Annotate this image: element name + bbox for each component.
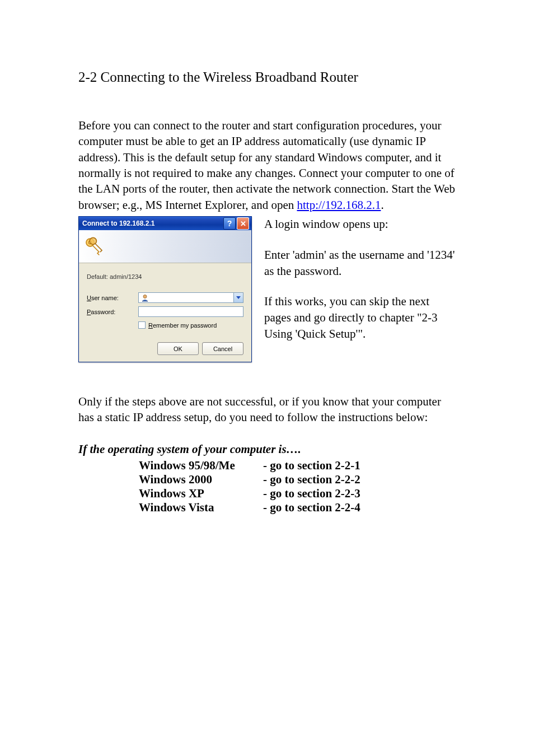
keys-icon [82, 235, 106, 258]
intro-period: . [381, 198, 383, 212]
os-label: Windows Vista [139, 501, 263, 515]
intro-text: Before you can connect to the router and… [78, 119, 455, 212]
chevron-down-icon[interactable] [233, 293, 243, 302]
os-ref: - go to section 2-2-1 [263, 459, 360, 473]
password-input[interactable] [138, 306, 243, 317]
router-url-link[interactable]: http://192.168.2.1 [297, 198, 381, 212]
ok-button[interactable]: OK [157, 342, 199, 355]
os-label: Windows 2000 [139, 473, 263, 487]
os-row: Windows XP - go to section 2-2-3 [139, 487, 456, 501]
side-p2: Enter 'admin' as the username and '1234'… [264, 247, 456, 279]
os-row: Windows 95/98/Me - go to section 2-2-1 [139, 459, 456, 473]
dialog-title: Connect to 192.168.2.1 [82, 220, 223, 227]
remember-checkbox[interactable] [138, 321, 146, 329]
side-p1: A login window opens up: [264, 216, 456, 232]
section-heading: 2-2 Connecting to the Wireless Broadband… [78, 69, 456, 85]
cancel-button[interactable]: Cancel [202, 342, 243, 355]
os-row: Windows Vista - go to section 2-2-4 [139, 501, 456, 515]
dialog-banner [79, 230, 251, 263]
os-ref: - go to section 2-2-2 [263, 473, 360, 487]
os-label: Windows 95/98/Me [139, 459, 263, 473]
side-instructions: A login window opens up: Enter 'admin' a… [252, 216, 456, 357]
remember-label: Remember my password [148, 322, 217, 329]
os-row: Windows 2000 - go to section 2-2-2 [139, 473, 456, 487]
os-ref: - go to section 2-2-4 [263, 501, 360, 515]
help-icon[interactable]: ? [223, 217, 236, 230]
intro-paragraph: Before you can connect to the router and… [78, 118, 456, 213]
section-title-text: Connecting to the Wireless Broadband Rou… [101, 69, 358, 85]
os-heading: If the operating system of your computer… [78, 442, 456, 456]
default-credentials-hint: Default: admin/1234 [87, 273, 243, 280]
user-icon [140, 293, 150, 302]
close-icon[interactable]: ✕ [237, 217, 249, 230]
dialog-body: Default: admin/1234 User name: [79, 263, 251, 362]
after-dialog-paragraph: Only if the steps above are not successf… [78, 394, 456, 426]
svg-point-3 [143, 295, 147, 298]
os-label: Windows XP [139, 487, 263, 501]
login-dialog: Connect to 192.168.2.1 ? ✕ [78, 216, 252, 362]
remember-password-row[interactable]: Remember my password [138, 321, 243, 329]
side-p3: If this works, you can skip the next pag… [264, 293, 456, 342]
os-table: Windows 95/98/Me - go to section 2-2-1 W… [139, 459, 456, 515]
section-number: 2-2 [78, 69, 97, 85]
username-input[interactable] [138, 292, 243, 303]
dialog-titlebar: Connect to 192.168.2.1 ? ✕ [79, 217, 251, 230]
os-ref: - go to section 2-2-3 [263, 487, 360, 501]
password-label: Password: [87, 309, 138, 315]
username-label: User name: [87, 295, 138, 301]
